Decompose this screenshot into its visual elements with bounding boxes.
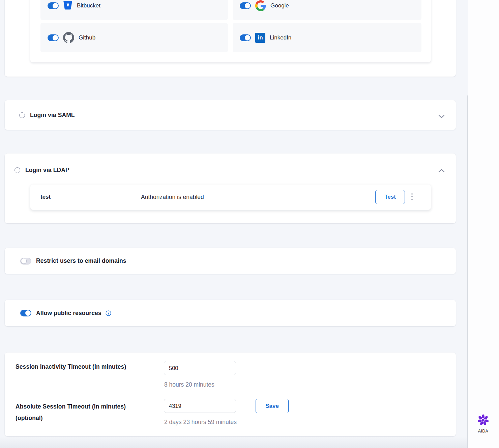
inactivity-timeout-label: Session Inactivity Timeout (in minutes) — [16, 363, 126, 370]
provider-tile-github: Github — [40, 23, 228, 52]
saml-heading: Login via SAML — [30, 112, 75, 119]
kebab-menu-icon[interactable] — [411, 193, 413, 200]
provider-label: Github — [79, 34, 95, 41]
saml-radio[interactable] — [19, 112, 25, 118]
restrict-domains-heading: Restrict users to email domains — [36, 257, 126, 264]
absolute-timeout-label-optional: (optional) — [16, 415, 43, 421]
ldap-server-status: Authorization is enabled — [141, 194, 204, 201]
ldap-test-button[interactable]: Test — [375, 190, 405, 204]
info-icon[interactable] — [106, 310, 111, 316]
linkedin-toggle[interactable] — [240, 34, 251, 41]
provider-tile-linkedin: in LinkedIn — [233, 23, 421, 52]
ldap-server-row: test Authorization is enabled Test — [30, 185, 431, 210]
save-button[interactable]: Save — [256, 399, 289, 413]
inactivity-timeout-hint: 8 hours 20 minutes — [164, 381, 214, 388]
restrict-domains-section: Restrict users to email domains — [5, 248, 456, 274]
bitbucket-icon — [63, 1, 72, 10]
ldap-heading: Login via LDAP — [25, 167, 69, 174]
ldap-radio[interactable] — [14, 167, 20, 173]
ldap-server-name: test — [40, 194, 51, 200]
bitbucket-toggle[interactable] — [48, 2, 59, 9]
public-resources-section: Allow public resources — [5, 300, 456, 326]
inactivity-timeout-input[interactable] — [164, 361, 236, 375]
linkedin-icon: in — [255, 33, 265, 43]
provider-tile-bitbucket: Bitbucket — [40, 0, 228, 20]
aida-widget[interactable]: AIDA — [473, 414, 494, 433]
right-side-panel — [468, 0, 499, 448]
session-timeout-section: Session Inactivity Timeout (in minutes) … — [5, 353, 456, 436]
public-resources-toggle[interactable] — [20, 310, 31, 316]
github-icon — [63, 32, 74, 43]
provider-tile-google: Google — [233, 0, 421, 20]
absolute-timeout-label: Absolute Session Timeout (in minutes) (o… — [16, 401, 150, 424]
saml-section: Login via SAML — [5, 100, 456, 130]
google-icon — [255, 0, 266, 11]
chevron-down-icon[interactable] — [438, 114, 445, 120]
provider-label: Google — [270, 2, 289, 9]
absolute-timeout-input[interactable] — [164, 399, 236, 413]
absolute-timeout-hint: 2 days 23 hours 59 minutes — [164, 419, 237, 426]
aida-flower-icon — [477, 414, 490, 428]
chevron-up-icon[interactable] — [438, 168, 445, 174]
provider-label: Bitbucket — [77, 2, 100, 9]
github-toggle[interactable] — [48, 34, 59, 41]
public-resources-heading: Allow public resources — [36, 310, 101, 317]
google-toggle[interactable] — [240, 2, 251, 9]
aida-label: AIDA — [473, 429, 494, 433]
bottom-scroll-fade — [0, 437, 467, 448]
restrict-domains-toggle[interactable] — [20, 258, 31, 264]
vertical-divider — [467, 95, 468, 448]
provider-label: LinkedIn — [270, 34, 291, 41]
